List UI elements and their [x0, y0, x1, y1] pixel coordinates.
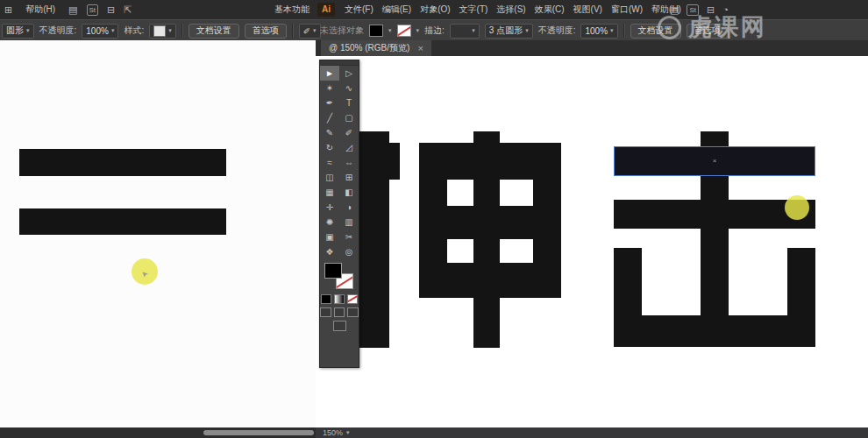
- perspective-grid-tool[interactable]: ⊞: [339, 170, 359, 185]
- width-tool[interactable]: ≈: [320, 155, 339, 170]
- cursor-highlight-right: [785, 195, 809, 220]
- draw-behind-button[interactable]: [334, 307, 345, 317]
- eyedropper-tool[interactable]: ✛: [320, 200, 339, 215]
- screen-mode-button[interactable]: [333, 321, 346, 331]
- type-tool[interactable]: T: [339, 95, 359, 110]
- none-slash: [347, 294, 358, 302]
- selected-shape[interactable]: ×: [614, 146, 815, 176]
- line-tool[interactable]: ╱: [320, 110, 339, 125]
- graph-tool[interactable]: ▥: [339, 215, 359, 230]
- zoom-tool[interactable]: ◎: [339, 244, 359, 259]
- slice-tool[interactable]: ✂: [339, 230, 359, 244]
- tools-panel: ►▷✶∿✒T╱▢✎✐↻◿≈⇔◫⊞▦◧✛◑✺▥▣✂❖◎: [319, 60, 359, 368]
- tools-grid: ►▷✶∿✒T╱▢✎✐↻◿≈⇔◫⊞▦◧✛◑✺▥▣✂❖◎: [320, 66, 359, 259]
- rotate-tool[interactable]: ↻: [320, 140, 339, 155]
- draw-mode-row: [320, 306, 359, 319]
- direct-selection-tool[interactable]: ▷: [339, 66, 359, 81]
- shape-builder-tool[interactable]: ◫: [320, 170, 339, 185]
- draw-inside-button[interactable]: [347, 307, 359, 317]
- pen-tool[interactable]: ✒: [320, 95, 339, 110]
- artboard-tool[interactable]: ▣: [320, 230, 339, 244]
- gradient-tool[interactable]: ◧: [339, 185, 359, 200]
- er-stroke-bar-1[interactable]: [19, 149, 226, 176]
- cursor-icon: ➤: [139, 269, 150, 279]
- selection-tool[interactable]: ►: [320, 66, 339, 81]
- pencil-tool[interactable]: ✐: [339, 125, 359, 140]
- magic-wand-tool[interactable]: ✶: [320, 81, 339, 95]
- color-mode-row: [320, 293, 359, 306]
- blend-tool[interactable]: ◑: [339, 200, 359, 215]
- scale-tool[interactable]: ◿: [339, 140, 359, 155]
- illustrator-app: ⊞ 帮助(H) ▤ St ⊟ ⇱ 基本功能 Ai 文件(F)编辑(E)对象(O)…: [0, 0, 868, 438]
- free-transform-tool[interactable]: ⇔: [339, 155, 359, 170]
- fill-stroke-control: [320, 261, 359, 293]
- symbol-sprayer-tool[interactable]: ✺: [320, 215, 339, 230]
- draw-normal-button[interactable]: [320, 307, 331, 317]
- shen-center-vertical[interactable]: [473, 131, 500, 348]
- mesh-tool[interactable]: ▦: [320, 185, 339, 200]
- lasso-tool[interactable]: ∿: [339, 81, 359, 95]
- hand-tool[interactable]: ❖: [320, 244, 339, 259]
- none-button[interactable]: [347, 294, 358, 304]
- er-stroke-bar-2[interactable]: [19, 208, 226, 235]
- cursor-highlight-left: ➤: [132, 258, 158, 285]
- paintbrush-tool[interactable]: ✎: [320, 125, 339, 140]
- shen-radical-vertical[interactable]: [359, 131, 389, 348]
- rectangle-tool[interactable]: ▢: [339, 110, 359, 125]
- screen-mode-row: [320, 319, 359, 333]
- ji-bottom-bar[interactable]: [614, 315, 815, 347]
- gradient-button[interactable]: [334, 294, 345, 304]
- fill-swatch[interactable]: [324, 263, 342, 279]
- artwork-layer: × ➤: [0, 0, 868, 438]
- selection-center-marker: ×: [713, 158, 717, 165]
- color-button[interactable]: [321, 294, 331, 304]
